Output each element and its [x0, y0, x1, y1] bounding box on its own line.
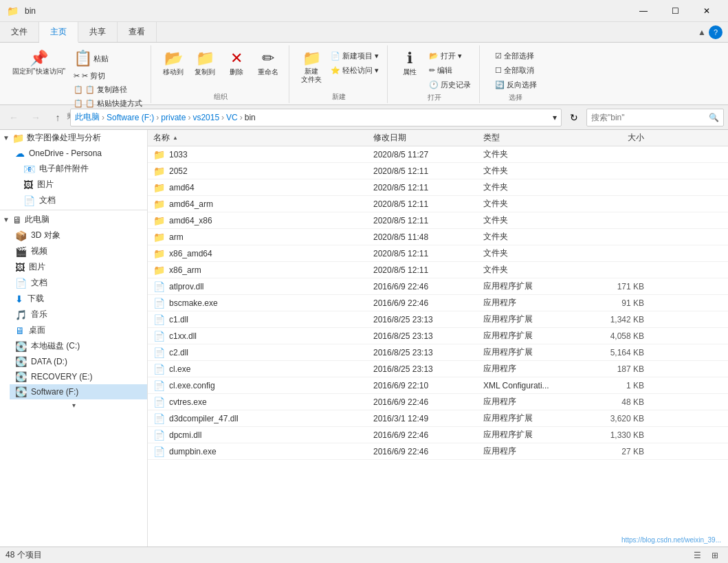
file-row[interactable]: 📄 cl.exe 2016/8/25 23:13 应用程序 187 KB	[148, 361, 728, 377]
path-dropdown-icon[interactable]: ▾	[553, 113, 557, 122]
easy-access-button[interactable]: ⭐ 轻松访问 ▾	[328, 64, 382, 77]
sidebar-item-email[interactable]: 📧 电子邮件附件	[10, 161, 147, 177]
invert-select-button[interactable]: 🔄 反向选择	[492, 78, 540, 91]
details-view-button[interactable]: ☰	[690, 549, 705, 562]
header-type[interactable]: 类型	[478, 132, 581, 144]
large-icons-button[interactable]: ⊞	[707, 549, 723, 562]
file-row[interactable]: 📁 x86_arm 2020/8/5 12:11 文件夹	[148, 262, 728, 278]
this-pc-section-header[interactable]: ▼ 🖥 此电脑	[0, 212, 147, 228]
select-none-button[interactable]: ☐ 全部取消	[492, 64, 540, 77]
file-row[interactable]: 📄 bscmake.exe 2016/6/9 22:46 应用程序 91 KB	[148, 295, 728, 311]
file-row[interactable]: 📄 d3dcompiler_47.dll 2016/3/1 12:49 应用程序…	[148, 410, 728, 427]
invert-icon: 🔄	[495, 80, 505, 89]
sidebar-item-documents[interactable]: 📄 文档	[10, 192, 147, 208]
sidebar-item-pics[interactable]: 🖼 图片	[10, 259, 147, 275]
file-size-cell: 187 KB	[581, 364, 650, 374]
breadcrumb-vs2015[interactable]: vs2015	[192, 113, 219, 122]
file-row[interactable]: 📄 c1xx.dll 2016/8/25 23:13 应用程序扩展 4,058 …	[148, 328, 728, 344]
breadcrumb-vc[interactable]: VC	[226, 113, 238, 122]
help-button[interactable]: ?	[709, 25, 723, 39]
organize-group: 📂 移动到 📁 复制到 ✕ 删除 ✏ 重命名 组织	[153, 45, 289, 103]
refresh-button[interactable]: ↻	[564, 108, 584, 127]
file-row[interactable]: 📄 dumpbin.exe 2016/6/9 22:46 应用程序 27 KB	[148, 443, 728, 460]
sidebar-item-downloads[interactable]: ⬇ 下载	[10, 291, 147, 307]
search-input[interactable]	[591, 113, 709, 122]
new-item-button[interactable]: 📄 新建项目 ▾	[328, 49, 382, 63]
file-row[interactable]: 📁 x86_amd64 2020/8/5 12:11 文件夹	[148, 245, 728, 262]
edit-button[interactable]: ✏ 编辑	[426, 64, 474, 77]
window-icon: 📁	[5, 4, 19, 18]
file-row[interactable]: 📁 amd64_arm 2020/8/5 12:11 文件夹	[148, 196, 728, 212]
move-to-button[interactable]: 📂 移动到	[158, 47, 188, 80]
new-folder-button[interactable]: 📁 新建文件夹	[296, 47, 327, 87]
sidebar-item-onedrive[interactable]: ☁ OneDrive - Persona	[10, 146, 147, 161]
tab-share[interactable]: 共享	[78, 22, 118, 42]
file-date-cell: 2016/8/25 23:13	[368, 315, 478, 324]
close-button[interactable]: ✕	[691, 0, 723, 22]
file-name-cell: 📄 dpcmi.dll	[148, 430, 368, 441]
history-button[interactable]: 🕐 历史记录	[426, 78, 474, 91]
file-row[interactable]: 📁 amd64_x86 2020/8/5 12:11 文件夹	[148, 212, 728, 229]
sidebar-item-drive-c[interactable]: 💽 本地磁盘 (C:)	[10, 338, 147, 354]
header-date[interactable]: 修改日期	[368, 132, 478, 144]
sidebar-item-pictures[interactable]: 🖼 图片	[10, 177, 147, 192]
sidebar-item-3d[interactable]: 📦 3D 对象	[10, 228, 147, 243]
breadcrumb-private[interactable]: private	[161, 113, 186, 122]
paste-icon: 📋	[74, 49, 92, 67]
file-name: amd64_x86	[169, 216, 212, 225]
file-row[interactable]: 📁 1033 2020/8/5 11:27 文件夹	[148, 146, 728, 163]
file-name: cl.exe	[169, 364, 190, 374]
file-name-cell: 📄 cl.exe.config	[148, 380, 368, 391]
properties-button[interactable]: ℹ 属性	[395, 47, 425, 80]
sidebar-item-video[interactable]: 🎬 视频	[10, 243, 147, 259]
expand-ribbon-icon[interactable]: ▲	[698, 27, 706, 37]
sidebar-item-docs[interactable]: 📄 文档	[10, 275, 147, 291]
copy-to-button[interactable]: 📁 复制到	[190, 47, 220, 80]
file-row[interactable]: 📄 dpcmi.dll 2016/6/9 22:46 应用程序扩展 1,330 …	[148, 427, 728, 443]
pin-to-quick-access-button[interactable]: 📌 固定到"快速访问"	[8, 47, 69, 78]
this-pc-icon: 🖥	[12, 214, 22, 225]
sidebar-item-drive-f[interactable]: 💽 Software (F:)	[10, 384, 147, 399]
paste-button[interactable]: 📋 粘贴	[71, 48, 145, 69]
up-button[interactable]: ↑	[48, 108, 67, 127]
file-name-cell: 📁 amd64	[148, 182, 368, 193]
sidebar-item-desktop[interactable]: 🖥 桌面	[10, 322, 147, 338]
file-row[interactable]: 📄 c1.dll 2016/8/25 23:13 应用程序扩展 1,342 KB	[148, 311, 728, 328]
file-row[interactable]: 📄 cvtres.exe 2016/6/9 22:46 应用程序 48 KB	[148, 394, 728, 410]
sidebar-item-drive-e[interactable]: 💽 RECOVERY (E:)	[10, 369, 147, 384]
folder-pin-icon: 📁	[12, 133, 24, 144]
sidebar-item-drive-d[interactable]: 💽 DATA (D:)	[10, 354, 147, 369]
sidebar-item-music[interactable]: 🎵 音乐	[10, 307, 147, 322]
file-row[interactable]: 📁 2052 2020/8/5 12:11 文件夹	[148, 163, 728, 179]
maximize-button[interactable]: ☐	[659, 0, 691, 22]
file-row[interactable]: 📄 cl.exe.config 2016/6/9 22:10 XML Confi…	[148, 377, 728, 394]
breadcrumb-this-pc[interactable]: 此电脑	[75, 111, 100, 123]
tab-view[interactable]: 查看	[118, 22, 157, 42]
breadcrumb-sep-2: ›	[156, 113, 159, 122]
rename-button[interactable]: ✏ 重命名	[253, 47, 283, 80]
forward-button[interactable]: →	[26, 108, 45, 127]
header-name[interactable]: 名称 ▲	[148, 132, 368, 144]
file-row[interactable]: 📄 c2.dll 2016/8/25 23:13 应用程序扩展 5,164 KB	[148, 344, 728, 361]
file-row[interactable]: 📄 atlprov.dll 2016/6/9 22:46 应用程序扩展 171 …	[148, 278, 728, 295]
breadcrumb-bin[interactable]: bin	[245, 113, 256, 122]
pinned-section-header[interactable]: ▼ 📁 数字图像处理与分析	[0, 130, 147, 146]
breadcrumb-software[interactable]: Software (F:)	[107, 113, 154, 122]
select-all-button[interactable]: ☑ 全部选择	[492, 49, 540, 63]
file-row[interactable]: 📁 arm 2020/8/5 11:48 文件夹	[148, 229, 728, 245]
tab-home[interactable]: 主页	[39, 22, 78, 43]
copy-path-button[interactable]: 📋 📋 复制路径	[71, 83, 145, 96]
search-box[interactable]: 🔍	[586, 109, 724, 126]
delete-button[interactable]: ✕ 删除	[221, 47, 252, 80]
back-button[interactable]: ←	[4, 108, 23, 127]
address-path[interactable]: 此电脑 › Software (F:) › private › vs2015 ›…	[70, 109, 562, 126]
downloads-label: 下载	[27, 293, 142, 305]
minimize-button[interactable]: —	[628, 0, 659, 22]
cut-button[interactable]: ✂ ✂ 剪切	[71, 69, 145, 82]
file-type-cell: 应用程序扩展	[478, 412, 581, 424]
file-name: c2.dll	[169, 348, 188, 357]
open-button[interactable]: 📂 打开 ▾	[426, 49, 474, 63]
tab-file[interactable]: 文件	[0, 22, 39, 42]
header-size[interactable]: 大小	[581, 132, 650, 144]
file-row[interactable]: 📁 amd64 2020/8/5 12:11 文件夹	[148, 179, 728, 196]
